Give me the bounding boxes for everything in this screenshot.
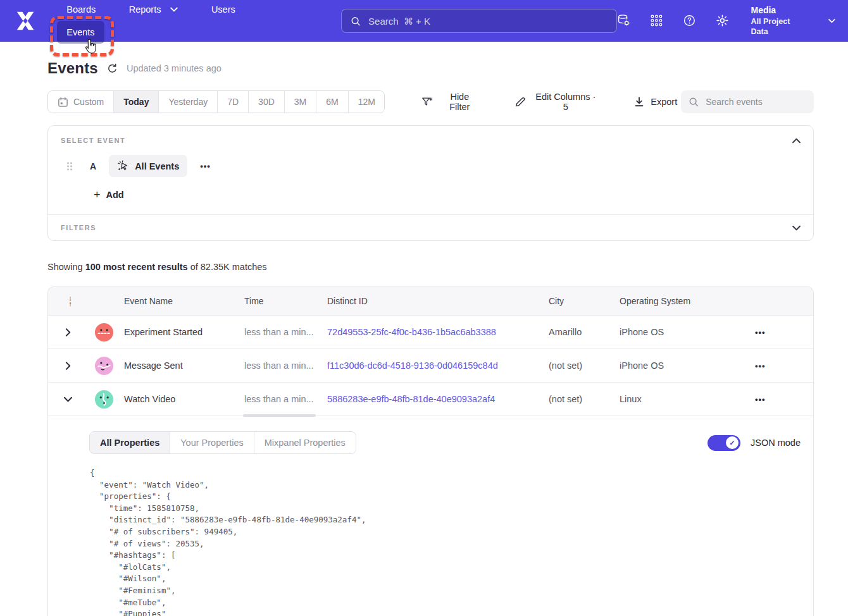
apps-grid-icon[interactable] [650,13,663,28]
add-event-label: Add [106,190,124,200]
export-button[interactable]: Export [630,95,681,108]
date-12m-button[interactable]: 12M [348,91,385,113]
date-custom-label: Custom [73,97,104,107]
distinct-id-link[interactable]: 5886283e-e9fb-48fb-81de-40e9093a2af4 [327,394,549,404]
pencil-icon [514,96,526,108]
col-header-time[interactable]: Time [244,296,327,306]
nav-item-users[interactable]: Users [202,0,245,21]
chevron-down-icon [170,7,178,12]
nav-item-reports-label: Reports [129,4,161,15]
results-summary: Showing 100 most recent results of 82.35… [47,262,814,272]
query-builder-card: SELECT EVENT A All Events ••• [47,125,814,241]
table-row-expanded[interactable]: Watch Video less than a min... 5886283e-… [48,383,813,416]
event-os: Linux [620,394,750,404]
select-event-label: SELECT EVENT [61,137,125,144]
tab-all-properties[interactable]: All Properties [90,432,170,453]
event-city: (not set) [549,360,620,371]
tab-mixpanel-properties[interactable]: Mixpanel Properties [254,432,356,453]
event-selector-chip[interactable]: All Events [109,155,187,177]
date-3m-button[interactable]: 3M [284,91,316,113]
event-row-letter: A [90,161,96,171]
data-management-icon[interactable] [617,13,630,28]
event-more-button[interactable]: ••• [200,161,211,171]
tab-your-properties[interactable]: Your Properties [170,432,253,453]
last-updated-text: Updated 3 minutes ago [127,63,221,73]
nav-item-reports[interactable]: Reports [120,0,188,21]
arrow-up-icon: ↑ [68,301,72,307]
events-search[interactable] [681,90,814,113]
properties-tabs: All Properties Your Properties Mixpanel … [89,431,356,454]
json-mode-toggle[interactable]: ✓ [708,435,740,451]
event-avatar [95,357,113,375]
table-row[interactable]: Message Sent less than a min... f11c30d6… [48,349,813,383]
main-nav: Boards Reports Users Events [57,0,320,44]
table-row[interactable]: Experiment Started less than a min... 72… [48,316,813,349]
filters-label: FILTERS [61,224,96,231]
event-detail-panel: All Properties Your Properties Mixpanel … [48,416,813,616]
chevron-down-icon [828,18,835,23]
date-custom-button[interactable]: Custom [48,91,113,113]
event-city: (not set) [549,394,620,404]
horizontal-scrollbar[interactable] [243,414,316,417]
event-json-view: { "event": "Watch Video", "properties": … [90,467,801,616]
help-icon[interactable] [683,13,696,28]
project-selector[interactable]: Media All Project Data [751,4,804,38]
chevron-right-icon[interactable] [65,362,71,370]
date-yesterday-button[interactable]: Yesterday [158,91,217,113]
row-more-button[interactable]: ••• [755,361,766,371]
event-chip-label: All Events [135,161,179,171]
export-label: Export [651,97,677,107]
hide-filter-button[interactable]: Hide Filter [418,91,484,113]
col-header-os[interactable]: Operating System [620,296,750,306]
event-os: iPhone OS [620,360,750,371]
chevron-right-icon[interactable] [65,328,71,336]
col-header-distinct-id[interactable]: Distinct ID [327,296,549,306]
distinct-id-link[interactable]: f11c30d6-dc6d-4518-9136-0d046159c84d [327,360,549,371]
add-event-button[interactable]: + Add [94,190,124,200]
event-name: Message Sent [124,360,244,371]
page-title: Events [47,59,98,77]
download-icon [633,96,645,108]
date-7d-button[interactable]: 7D [217,91,248,113]
nav-item-events[interactable]: Events [57,21,104,44]
nav-item-boards[interactable]: Boards [57,0,105,21]
table-header-row: ↓ ↑ Event Name Time Distinct ID City Ope… [48,287,813,316]
edit-columns-label: Edit Columns · 5 [532,92,599,112]
settings-gear-icon[interactable] [716,13,729,28]
events-search-input[interactable] [704,96,806,108]
collapse-chevron-up-icon[interactable] [792,138,801,144]
event-avatar [95,390,113,409]
expand-chevron-down-icon[interactable] [792,225,801,231]
funnel-plus-icon [421,96,433,108]
date-today-button[interactable]: Today [113,91,158,113]
chevron-down-icon[interactable] [64,397,72,402]
global-search-input[interactable] [367,15,608,27]
collapse-expand-all-icon[interactable]: ↓ ↑ [62,295,78,307]
navbar-right: Media All Project Data [617,4,835,38]
date-6m-button[interactable]: 6M [316,91,347,113]
distinct-id-link[interactable]: 72d49553-25fc-4f0c-b436-1b5ac6ab3388 [327,327,549,337]
top-navbar: Boards Reports Users Events [0,0,848,42]
table-toolbar: Hide Filter Edit Columns · 5 Export [418,91,681,113]
edit-columns-button[interactable]: Edit Columns · 5 [511,91,603,113]
global-search[interactable] [341,9,617,33]
toggle-knob: ✓ [726,436,739,449]
project-name: Media [751,4,804,16]
event-time: less than a min... [244,394,327,404]
date-30d-button[interactable]: 30D [248,91,284,113]
event-os: iPhone OS [620,327,750,337]
refresh-icon[interactable] [107,63,118,74]
col-header-city[interactable]: City [549,296,620,306]
mixpanel-logo-icon[interactable] [15,10,35,32]
event-city: Amarillo [549,327,620,337]
row-more-button[interactable]: ••• [755,328,766,337]
event-avatar [95,323,113,342]
filters-section[interactable]: FILTERS [48,215,813,240]
event-name: Experiment Started [124,327,244,337]
hide-filter-label: Hide Filter [439,92,480,112]
row-more-button[interactable]: ••• [755,395,766,404]
check-icon: ✓ [729,439,735,447]
col-header-event-name[interactable]: Event Name [124,296,244,306]
search-icon [351,16,361,27]
drag-handle-icon[interactable] [66,161,73,171]
